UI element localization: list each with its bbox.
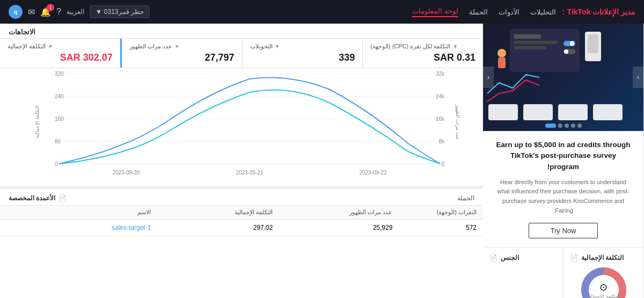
svg-text:160: 160 [55, 116, 64, 122]
metric-total-cost-value: SAR 302.07 [8, 52, 113, 63]
metric-conversions: ▼ التحويلات 339 [243, 39, 363, 68]
promo-banner: ‹ › [483, 24, 643, 131]
promo-title: Earn up to $5,000 in ad credits through … [494, 140, 633, 172]
dot-4[interactable] [558, 123, 562, 128]
chevron-icon-3: ▼ [174, 43, 180, 49]
metric-cpc: ▼ التكلفة لكل نقرة (CPC) (الوجهة) SAR 0.… [363, 39, 483, 68]
svg-rect-11 [498, 57, 506, 68]
metric-impressions-label: ▼ عدد مرات الظهور [129, 43, 235, 50]
table-column-headers: النقرات (الوجهة) عدد مرات الظهور التكلفة… [0, 206, 483, 220]
metric-conversions-label: ▼ التحويلات [250, 43, 355, 50]
svg-text:التكلفة الإجمالية: التكلفة الإجمالية [34, 105, 40, 139]
notification-icon[interactable]: 🔔 1 [40, 7, 51, 17]
svg-rect-5 [514, 46, 546, 49]
banner-prev-button[interactable]: ‹ [483, 67, 494, 88]
cell-name[interactable]: sales-target-1 [0, 220, 159, 236]
bottom-left-panels: التكلفة الإجمالية 📄 ⊙ التكلفة الإجمالية [483, 247, 643, 298]
logo-tiktok: مدير الإعلانات [592, 8, 635, 16]
promo-content: Earn up to $5,000 in ad credits through … [483, 131, 643, 247]
col-name-header: الاسم [0, 206, 159, 219]
gender-panel-title-row: الجنس 📄 [489, 254, 557, 261]
bottom-data-section: الحملة 📄 الأعمدة المخصصة النقرات (الوجهة… [0, 187, 483, 298]
promo-description: Hear directly from your customers to und… [494, 178, 633, 215]
chevron-icon-4: ▼ [48, 43, 53, 49]
logo-tiktok-text: TikTok : [562, 8, 590, 16]
cell-cost: 297.02 [159, 220, 279, 236]
cost-panel-title-row: التكلفة الإجمالية 📄 [570, 254, 637, 261]
donut-label: التكلفة الإجمالية [587, 294, 620, 298]
nav-link-tools[interactable]: الأدوات [499, 8, 519, 16]
table-row: 572 25,929 297.02 sales-target-1 [0, 220, 483, 236]
svg-text:16k: 16k [436, 116, 445, 122]
gender-panel-icon: 📄 [489, 254, 497, 261]
banner-next-button[interactable]: › [633, 67, 643, 88]
svg-rect-14 [558, 104, 588, 120]
metric-total-cost-label: ▼ التكلفة الإجمالية [8, 43, 113, 50]
account-selector[interactable]: حظر قمر0313 ▼ [90, 5, 150, 18]
donut-center: ⊙ التكلفة الإجمالية [587, 281, 620, 298]
svg-text:8k: 8k [438, 139, 445, 144]
nav-right-section: مدير الإعلانات TikTok : التحليلات الأدوا… [412, 7, 635, 17]
metric-total-cost: ▼ التكلفة الإجمالية SAR 302.07 [0, 39, 122, 68]
cost-panel-icon: 📄 [570, 254, 578, 261]
svg-text:240: 240 [55, 93, 64, 99]
campaign-column-label: الحملة [457, 194, 474, 202]
trends-header: الاتجاهات [0, 24, 483, 38]
nav-link-dashboard[interactable]: لوحة المعلومات [412, 7, 458, 17]
svg-text:320: 320 [55, 71, 64, 77]
donut-icon: ⊙ [599, 281, 608, 293]
donut-chart: ⊙ التكلفة الإجمالية [570, 266, 637, 298]
svg-rect-12 [488, 104, 518, 120]
svg-text:2023-09-22: 2023-09-22 [359, 170, 387, 176]
language-button[interactable]: العربية [67, 8, 84, 16]
brand-logo: مدير الإعلانات TikTok : [562, 8, 635, 16]
metric-impressions-value: 27,797 [129, 52, 235, 63]
carousel-dots [545, 123, 582, 128]
svg-text:عدد مرات الظهور: عدد مرات الظهور [455, 104, 460, 140]
svg-point-7 [570, 41, 574, 46]
help-icon[interactable]: ? [56, 7, 61, 17]
svg-rect-3 [514, 34, 541, 39]
svg-rect-15 [593, 104, 623, 120]
metric-cpc-value: SAR 0.31 [370, 52, 475, 63]
left-panel: ‹ › Earn up to $5,000 in ad credits thro… [483, 24, 644, 298]
svg-point-10 [497, 49, 506, 57]
metric-impressions: ▼ عدد مرات الظهور 27,797 [122, 39, 243, 68]
dot-1[interactable] [577, 123, 582, 128]
campaigns-table: الحملة 📄 الأعمدة المخصصة النقرات (الوجهة… [0, 189, 483, 298]
main-layout: ‹ › Earn up to $5,000 in ad credits thro… [0, 24, 644, 298]
metric-conversions-value: 339 [250, 52, 355, 63]
svg-text:24k: 24k [436, 93, 445, 99]
gender-panel: الجنس 📄 [483, 248, 564, 298]
avatar[interactable]: q [9, 5, 23, 19]
dot-2[interactable] [571, 123, 575, 128]
svg-text:2023-09-20: 2023-09-20 [112, 170, 140, 176]
dot-5[interactable] [545, 123, 556, 128]
chevron-icon: ▼ [452, 43, 458, 49]
trends-section: الاتجاهات ▼ التكلفة لكل نقرة (CPC) (الوج… [0, 24, 483, 187]
cost-panel: التكلفة الإجمالية 📄 ⊙ التكلفة الإجمالية [564, 248, 643, 298]
account-name: حظر قمر0313 [104, 8, 144, 16]
svg-rect-13 [523, 104, 553, 120]
trends-title: الاتجاهات [9, 28, 35, 36]
svg-rect-4 [514, 41, 557, 44]
table-title: 📄 الأعمدة المخصصة [9, 194, 67, 202]
trend-chart: 320 240 160 80 0 32k 24k 16k 8k 0 عدد مر… [9, 68, 474, 181]
cost-panel-title: التكلفة الإجمالية [581, 254, 624, 261]
notification-badge: 1 [47, 4, 54, 11]
nav-link-campaign[interactable]: الحملة [469, 8, 488, 16]
top-navigation: مدير الإعلانات TikTok : التحليلات الأدوا… [0, 0, 644, 24]
svg-text:2023-09-21: 2023-09-21 [236, 170, 264, 176]
table-header-row: الحملة 📄 الأعمدة المخصصة [0, 189, 483, 206]
svg-point-9 [564, 49, 568, 54]
dot-3[interactable] [565, 123, 569, 128]
cell-impressions: 25,929 [279, 220, 399, 236]
mail-icon[interactable]: ✉ [28, 7, 35, 17]
gender-panel-title: الجنس [501, 254, 519, 261]
try-now-button[interactable]: Try Now [529, 223, 598, 238]
metric-cpc-label: ▼ التكلفة لكل نقرة (CPC) (الوجهة) [370, 43, 475, 50]
svg-text:80: 80 [55, 139, 61, 144]
cell-clicks: 572 [399, 220, 483, 236]
nav-link-analytics[interactable]: التحليلات [530, 8, 556, 16]
svg-text:0: 0 [55, 161, 58, 167]
